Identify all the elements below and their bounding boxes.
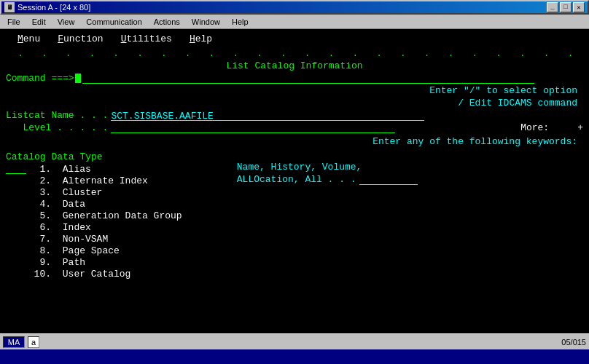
listcat-name-row: Listcat Name . . . SCT.SISBASE.AAFILE	[6, 110, 583, 121]
win-menu-view[interactable]: View	[53, 17, 79, 27]
title-bar-icon: 🖥	[4, 2, 15, 12]
item-label: Alternate Index	[57, 175, 148, 186]
command-label: Command ===>	[6, 73, 74, 84]
minimize-button[interactable]: _	[547, 2, 558, 12]
level-row: Level . . . . . More: +	[6, 122, 583, 133]
enter-any-text: Enter any of the following keywords:	[372, 136, 577, 147]
title-bar-title: Session A - [24 x 80]	[17, 3, 90, 12]
item-label: Generation Data Group	[57, 210, 182, 221]
page-title: List Catalog Information	[6, 60, 583, 71]
item-num: 2.	[29, 175, 51, 186]
catalog-item: 3. Cluster	[6, 187, 237, 198]
catalog-right-column: Name, History, Volume, ALLOcation, All .…	[237, 149, 583, 280]
status-ma-box: MA	[3, 336, 25, 348]
item-label: Data	[57, 199, 85, 210]
item-label: Page Space	[57, 245, 120, 256]
item-num: 1.	[29, 164, 51, 175]
more-label: More: +	[520, 122, 583, 133]
item-label: Index	[57, 222, 91, 233]
item-num: 10.	[29, 269, 51, 280]
win-menu-window[interactable]: Window	[187, 17, 225, 27]
keywords-line1: Name, History, Volume,	[237, 162, 362, 173]
catalog-header: Catalog Data Type	[6, 151, 237, 162]
enter-option-text: Enter "/" to select option	[429, 85, 577, 96]
terminal-menu-bar: Menu Function Utilities Help	[6, 32, 583, 47]
catalog-item: 9. Path	[6, 257, 237, 268]
level-label: Level . . . . .	[6, 122, 108, 133]
item-num: 8.	[29, 245, 51, 256]
command-line: Command ===>	[6, 73, 583, 84]
item-selector	[6, 165, 26, 174]
catalog-list: 1. Alias2. Alternate Index3. Cluster4. D…	[6, 164, 237, 280]
win-menu-file[interactable]: File	[3, 17, 25, 27]
item-num: 4.	[29, 199, 51, 210]
command-input-underline	[82, 74, 534, 84]
keywords-line2: ALLOcation, All . . .	[237, 174, 356, 185]
item-num: 6.	[29, 222, 51, 233]
term-menu-function[interactable]: Function	[58, 33, 103, 44]
item-label: Non-VSAM	[57, 234, 108, 245]
win-menu-help[interactable]: Help	[227, 17, 253, 27]
catalog-item: 4. Data	[6, 199, 237, 210]
edit-idcams-text: / Edit IDCAMS command	[458, 98, 577, 108]
catalog-item: 1. Alias	[6, 164, 237, 175]
status-page-info: 05/015	[561, 338, 586, 347]
item-label: Path	[57, 257, 85, 268]
listcat-label: Listcat Name . . .	[6, 110, 108, 121]
catalog-left-column: Catalog Data Type 1. Alias2. Alternate I…	[6, 149, 237, 280]
item-label: Cluster	[57, 187, 102, 198]
catalog-item: 10. User Catalog	[6, 269, 237, 280]
win-menu-edit[interactable]: Edit	[28, 17, 50, 27]
status-bar: MA a 05/015	[0, 333, 589, 349]
term-menu-utilities[interactable]: Utilities	[121, 33, 172, 44]
win-menu-actions[interactable]: Actions	[149, 17, 184, 27]
catalog-item: 8. Page Space	[6, 245, 237, 256]
catalog-area: Catalog Data Type 1. Alias2. Alternate I…	[6, 149, 583, 280]
catalog-item: 5. Generation Data Group	[6, 210, 237, 221]
level-value	[111, 123, 395, 133]
status-a-field: a	[28, 336, 39, 348]
item-label: Alias	[57, 164, 91, 175]
enter-any-row: Enter any of the following keywords:	[6, 136, 577, 147]
title-bar-left: 🖥 Session A - [24 x 80]	[4, 2, 90, 12]
term-menu-help[interactable]: Help	[190, 33, 212, 44]
win-menu-communication[interactable]: Communication	[82, 17, 146, 27]
item-num: 7.	[29, 234, 51, 245]
windows-menu-bar: File Edit View Communication Actions Win…	[0, 15, 589, 29]
listcat-value: SCT.SISBASE.AAFILE	[111, 111, 424, 121]
keywords-input	[359, 175, 418, 185]
restore-button[interactable]: □	[560, 2, 572, 12]
item-num: 5.	[29, 210, 51, 221]
terminal-area: Menu Function Utilities Help . . . . . .…	[0, 29, 589, 333]
item-num: 9.	[29, 257, 51, 268]
catalog-item: 7. Non-VSAM	[6, 234, 237, 245]
title-bar-controls[interactable]: _ □ ✕	[547, 2, 585, 12]
term-menu-menu[interactable]: Menu	[17, 33, 40, 44]
item-num: 3.	[29, 187, 51, 198]
close-button[interactable]: ✕	[573, 2, 585, 12]
cursor	[75, 74, 81, 83]
dot-line-top: . . . . . . . . . . . . . . . . . . . . …	[6, 49, 583, 59]
catalog-item: 2. Alternate Index	[6, 175, 237, 186]
title-bar: 🖥 Session A - [24 x 80] _ □ ✕	[0, 0, 589, 15]
item-label: User Catalog	[57, 269, 130, 280]
catalog-item: 6. Index	[6, 222, 237, 233]
